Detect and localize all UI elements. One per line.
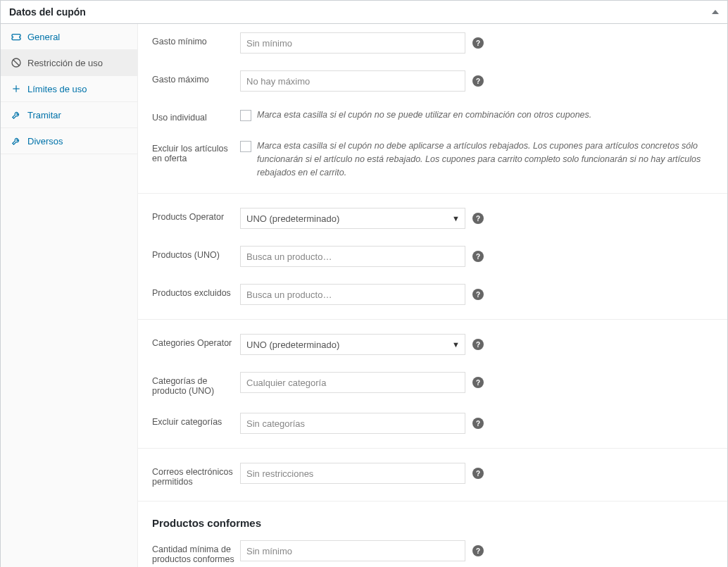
field-categories-operator: Categories Operator UNO (predeterminado)… [138, 325, 727, 363]
label-categories: Categorías de producto (UNO) [152, 372, 240, 396]
sidebar-item-label: Tramitar [27, 110, 61, 120]
sidebar-item-label: Restricción de uso [27, 58, 103, 68]
field-individual-use: Uso individual Marca esta casilla si el … [138, 100, 727, 131]
input-min-qty[interactable] [240, 540, 465, 561]
checkbox-exclude-sale[interactable] [240, 141, 251, 152]
field-max-spend: Gasto máximo ? [138, 62, 727, 100]
input-emails[interactable] [240, 463, 465, 484]
field-products: Productos (UNO) ? [138, 237, 727, 275]
field-min-spend: Gasto mínimo ? [138, 24, 727, 62]
help-icon[interactable]: ? [472, 468, 484, 479]
label-products: Productos (UNO) [152, 246, 240, 260]
label-products-operator: Products Operator [152, 208, 240, 222]
desc-individual: Marca esta casilla si el cupón no se pue… [257, 108, 591, 122]
coupon-data-panel: Datos del cupón General Restricción de u… [0, 0, 728, 567]
sidebar-item-usage-restriction[interactable]: Restricción de uso [1, 50, 137, 76]
input-min-spend[interactable] [240, 32, 465, 54]
input-exclude-categories[interactable] [240, 413, 465, 434]
field-categories: Categorías de producto (UNO) ? [138, 363, 727, 404]
help-icon[interactable]: ? [472, 289, 484, 300]
plus-icon [11, 83, 22, 94]
input-products[interactable] [240, 246, 465, 267]
section-heading-conforming-products: Productos conformes [138, 507, 727, 532]
desc-exclude-sale: Marca esta casilla si el cupón no debe a… [257, 139, 708, 179]
svg-line-1 [13, 60, 20, 66]
sidebar: General Restricción de uso Límites de us… [1, 24, 138, 567]
label-excluded-products: Productos excluidos [152, 284, 240, 298]
sidebar-item-label: General [27, 32, 60, 42]
field-exclude-categories: Excluir categorías ? [138, 404, 727, 442]
panel-body: General Restricción de uso Límites de us… [1, 24, 727, 567]
input-categories[interactable] [240, 372, 465, 393]
help-icon[interactable]: ? [472, 37, 484, 49]
panel-header: Datos del cupón [1, 1, 727, 24]
sidebar-item-label: Límites de uso [27, 84, 87, 94]
label-exclude-categories: Excluir categorías [152, 413, 240, 427]
content-area: Gasto mínimo ? Gasto máximo ? Uso indivi… [138, 24, 727, 567]
help-icon[interactable]: ? [472, 75, 484, 87]
ban-icon [11, 57, 22, 68]
wrench-icon [11, 109, 22, 120]
wrench-icon [11, 135, 22, 147]
help-icon[interactable]: ? [472, 377, 484, 388]
field-emails: Correos electrónicos permitidos ? [138, 454, 727, 495]
field-exclude-sale: Excluir los artículos en oferta Marca es… [138, 131, 727, 187]
sidebar-item-label: Diversos [27, 136, 63, 147]
help-icon[interactable]: ? [472, 251, 484, 262]
ticket-icon [11, 31, 22, 42]
help-icon[interactable]: ? [472, 213, 484, 224]
sidebar-item-diversos[interactable]: Diversos [1, 128, 137, 154]
sidebar-item-usage-limits[interactable]: Límites de uso [1, 76, 137, 102]
label-max-spend: Gasto máximo [152, 70, 240, 85]
input-excluded-products[interactable] [240, 284, 465, 305]
help-icon[interactable]: ? [472, 418, 484, 429]
field-excluded-products: Productos excluidos ? [138, 275, 727, 313]
checkbox-individual[interactable] [240, 110, 251, 121]
sidebar-item-tramitar[interactable]: Tramitar [1, 102, 137, 128]
field-min-qty: Cantidad mínima de productos conformes ? [138, 532, 727, 567]
label-min-spend: Gasto mínimo [152, 32, 240, 46]
label-categories-operator: Categories Operator [152, 334, 240, 348]
label-individual: Uso individual [152, 108, 240, 123]
sidebar-item-general[interactable]: General [1, 24, 137, 50]
collapse-toggle-icon[interactable] [712, 10, 719, 14]
input-max-spend[interactable] [240, 70, 465, 92]
label-emails: Correos electrónicos permitidos [152, 463, 240, 487]
help-icon[interactable]: ? [472, 545, 484, 556]
select-categories-operator[interactable]: UNO (predeterminado) [240, 334, 465, 355]
label-min-qty: Cantidad mínima de productos conformes [152, 540, 240, 564]
help-icon[interactable]: ? [472, 339, 484, 350]
panel-title: Datos del cupón [9, 6, 86, 18]
label-exclude-sale: Excluir los artículos en oferta [152, 139, 240, 163]
field-products-operator: Products Operator UNO (predeterminado) ▼… [138, 199, 727, 237]
select-products-operator[interactable]: UNO (predeterminado) [240, 208, 465, 229]
